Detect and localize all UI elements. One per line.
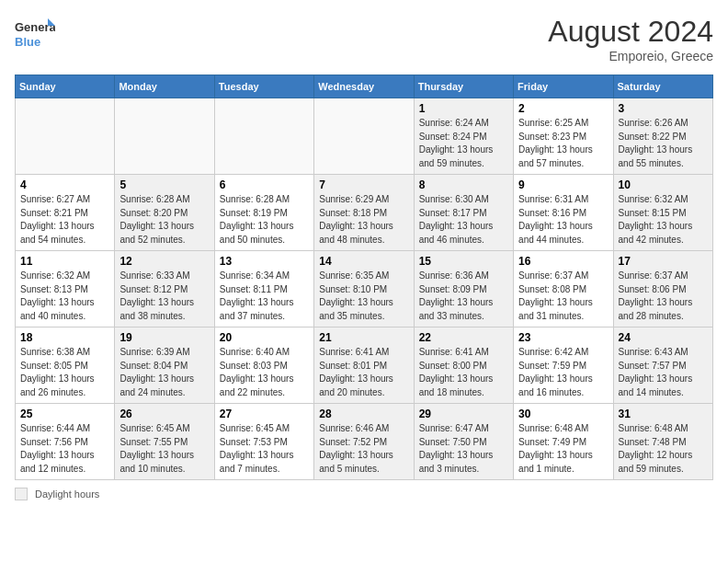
svg-text:Blue: Blue: [15, 35, 40, 49]
day-info: Sunrise: 6:28 AMSunset: 8:19 PMDaylight:…: [220, 193, 309, 247]
calendar-cell: 7Sunrise: 6:29 AMSunset: 8:18 PMDaylight…: [314, 175, 414, 251]
day-number: 18: [20, 331, 109, 344]
calendar-cell: 25Sunrise: 6:44 AMSunset: 7:56 PMDayligh…: [16, 404, 115, 480]
day-number: 11: [20, 255, 109, 268]
day-info: Sunrise: 6:48 AMSunset: 7:48 PMDaylight:…: [619, 422, 708, 476]
calendar-cell: 21Sunrise: 6:41 AMSunset: 8:01 PMDayligh…: [314, 327, 414, 404]
day-info: Sunrise: 6:48 AMSunset: 7:49 PMDaylight:…: [518, 422, 608, 476]
day-info: Sunrise: 6:26 AMSunset: 8:22 PMDaylight:…: [619, 117, 708, 170]
calendar-cell: 24Sunrise: 6:43 AMSunset: 7:57 PMDayligh…: [613, 327, 712, 404]
day-number: 16: [518, 255, 608, 268]
calendar-cell: 2Sunrise: 6:25 AMSunset: 8:23 PMDaylight…: [514, 98, 613, 175]
dow-header-sunday: Sunday: [16, 75, 115, 98]
day-info: Sunrise: 6:41 AMSunset: 8:01 PMDaylight:…: [319, 346, 408, 399]
calendar-cell: 20Sunrise: 6:40 AMSunset: 8:03 PMDayligh…: [214, 327, 313, 404]
footer-note: Daylight hours: [15, 488, 713, 500]
calendar-cell: 27Sunrise: 6:45 AMSunset: 7:53 PMDayligh…: [214, 404, 313, 480]
day-info: Sunrise: 6:37 AMSunset: 8:08 PMDaylight:…: [518, 270, 608, 323]
calendar-cell: 26Sunrise: 6:45 AMSunset: 7:55 PMDayligh…: [115, 404, 214, 480]
calendar-cell: 13Sunrise: 6:34 AMSunset: 8:11 PMDayligh…: [214, 251, 313, 327]
day-number: 27: [220, 408, 309, 420]
day-number: 23: [518, 331, 608, 344]
day-info: Sunrise: 6:46 AMSunset: 7:52 PMDaylight:…: [319, 422, 408, 476]
calendar-cell: 19Sunrise: 6:39 AMSunset: 8:04 PMDayligh…: [115, 327, 214, 404]
day-info: Sunrise: 6:29 AMSunset: 8:18 PMDaylight:…: [319, 193, 408, 247]
day-number: 6: [220, 178, 309, 191]
day-number: 7: [319, 178, 408, 191]
day-info: Sunrise: 6:35 AMSunset: 8:10 PMDaylight:…: [319, 270, 408, 323]
dow-header-friday: Friday: [514, 75, 613, 98]
calendar-cell: [314, 98, 414, 175]
day-number: 24: [619, 331, 708, 344]
location: Emporeio, Greece: [548, 49, 713, 63]
calendar-cell: 12Sunrise: 6:33 AMSunset: 8:12 PMDayligh…: [115, 251, 214, 327]
logo: General Blue: [15, 15, 55, 52]
day-number: 10: [619, 178, 708, 191]
week-row-5: 25Sunrise: 6:44 AMSunset: 7:56 PMDayligh…: [16, 404, 713, 480]
day-number: 22: [419, 331, 508, 344]
dow-header-saturday: Saturday: [613, 75, 712, 98]
day-number: 25: [20, 408, 109, 420]
logo-svg: General Blue: [15, 15, 55, 52]
month-year: August 2024: [548, 15, 713, 49]
calendar-cell: 4Sunrise: 6:27 AMSunset: 8:21 PMDaylight…: [16, 175, 115, 251]
day-number: 5: [119, 178, 209, 191]
week-row-3: 11Sunrise: 6:32 AMSunset: 8:13 PMDayligh…: [16, 251, 713, 327]
calendar-cell: [214, 98, 313, 175]
day-number: 21: [319, 331, 408, 344]
calendar-cell: 28Sunrise: 6:46 AMSunset: 7:52 PMDayligh…: [314, 404, 414, 480]
day-info: Sunrise: 6:32 AMSunset: 8:15 PMDaylight:…: [619, 193, 708, 247]
calendar-table: SundayMondayTuesdayWednesdayThursdayFrid…: [15, 75, 713, 480]
day-info: Sunrise: 6:38 AMSunset: 8:05 PMDaylight:…: [20, 346, 109, 399]
page-header: General Blue August 2024 Emporeio, Greec…: [15, 15, 713, 63]
calendar-cell: 8Sunrise: 6:30 AMSunset: 8:17 PMDaylight…: [414, 175, 513, 251]
day-number: 12: [119, 255, 209, 268]
day-number: 20: [220, 331, 309, 344]
week-row-1: 1Sunrise: 6:24 AMSunset: 8:24 PMDaylight…: [16, 98, 713, 175]
calendar-body: 1Sunrise: 6:24 AMSunset: 8:24 PMDaylight…: [16, 98, 713, 480]
dow-header-thursday: Thursday: [414, 75, 513, 98]
week-row-4: 18Sunrise: 6:38 AMSunset: 8:05 PMDayligh…: [16, 327, 713, 404]
day-info: Sunrise: 6:43 AMSunset: 7:57 PMDaylight:…: [619, 346, 708, 399]
day-number: 1: [419, 102, 508, 115]
day-info: Sunrise: 6:47 AMSunset: 7:50 PMDaylight:…: [419, 422, 508, 476]
day-info: Sunrise: 6:30 AMSunset: 8:17 PMDaylight:…: [419, 193, 508, 247]
calendar-cell: 23Sunrise: 6:42 AMSunset: 7:59 PMDayligh…: [514, 327, 613, 404]
calendar-cell: [115, 98, 214, 175]
title-block: August 2024 Emporeio, Greece: [548, 15, 713, 63]
day-number: 9: [518, 178, 608, 191]
day-info: Sunrise: 6:31 AMSunset: 8:16 PMDaylight:…: [518, 193, 608, 247]
day-info: Sunrise: 6:25 AMSunset: 8:23 PMDaylight:…: [518, 117, 608, 170]
calendar-cell: 16Sunrise: 6:37 AMSunset: 8:08 PMDayligh…: [514, 251, 613, 327]
day-info: Sunrise: 6:28 AMSunset: 8:20 PMDaylight:…: [119, 193, 209, 247]
day-info: Sunrise: 6:44 AMSunset: 7:56 PMDaylight:…: [20, 422, 109, 476]
days-of-week-row: SundayMondayTuesdayWednesdayThursdayFrid…: [16, 75, 713, 98]
day-info: Sunrise: 6:41 AMSunset: 8:00 PMDaylight:…: [419, 346, 508, 399]
day-info: Sunrise: 6:33 AMSunset: 8:12 PMDaylight:…: [119, 270, 209, 323]
calendar-cell: 31Sunrise: 6:48 AMSunset: 7:48 PMDayligh…: [613, 404, 712, 480]
day-info: Sunrise: 6:36 AMSunset: 8:09 PMDaylight:…: [419, 270, 508, 323]
day-info: Sunrise: 6:34 AMSunset: 8:11 PMDaylight:…: [220, 270, 309, 323]
dow-header-tuesday: Tuesday: [214, 75, 313, 98]
day-number: 15: [419, 255, 508, 268]
calendar-cell: 3Sunrise: 6:26 AMSunset: 8:22 PMDaylight…: [613, 98, 712, 175]
day-number: 2: [518, 102, 608, 115]
calendar-cell: 15Sunrise: 6:36 AMSunset: 8:09 PMDayligh…: [414, 251, 513, 327]
calendar-cell: 1Sunrise: 6:24 AMSunset: 8:24 PMDaylight…: [414, 98, 513, 175]
day-info: Sunrise: 6:42 AMSunset: 7:59 PMDaylight:…: [518, 346, 608, 399]
day-number: 17: [619, 255, 708, 268]
calendar-cell: 29Sunrise: 6:47 AMSunset: 7:50 PMDayligh…: [414, 404, 513, 480]
day-info: Sunrise: 6:37 AMSunset: 8:06 PMDaylight:…: [619, 270, 708, 323]
calendar-cell: 14Sunrise: 6:35 AMSunset: 8:10 PMDayligh…: [314, 251, 414, 327]
day-number: 8: [419, 178, 508, 191]
day-info: Sunrise: 6:24 AMSunset: 8:24 PMDaylight:…: [419, 117, 508, 170]
day-number: 14: [319, 255, 408, 268]
day-info: Sunrise: 6:39 AMSunset: 8:04 PMDaylight:…: [119, 346, 209, 399]
dow-header-monday: Monday: [115, 75, 214, 98]
day-info: Sunrise: 6:32 AMSunset: 8:13 PMDaylight:…: [20, 270, 109, 323]
day-info: Sunrise: 6:40 AMSunset: 8:03 PMDaylight:…: [220, 346, 309, 399]
day-info: Sunrise: 6:45 AMSunset: 7:55 PMDaylight:…: [119, 422, 209, 476]
day-number: 4: [20, 178, 109, 191]
calendar-cell: 10Sunrise: 6:32 AMSunset: 8:15 PMDayligh…: [613, 175, 712, 251]
day-number: 19: [119, 331, 209, 344]
